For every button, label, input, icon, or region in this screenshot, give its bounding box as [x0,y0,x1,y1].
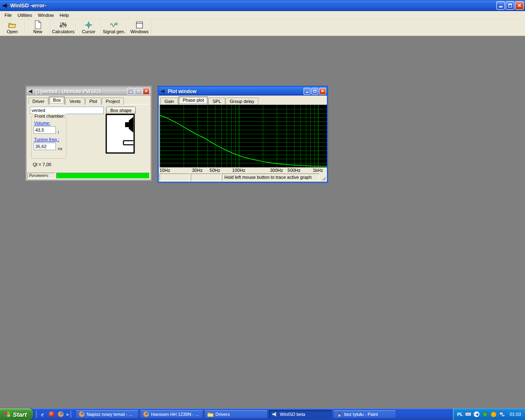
tab-gain[interactable]: Gain [160,98,178,105]
windows-cascade-icon [135,21,144,29]
maximize-icon [137,90,140,93]
front-chamber-group: Front chamber: Volume: l Tuning freq.: H… [31,116,66,159]
cursor-button[interactable]: Cursor [77,19,100,36]
statusbar-hint: Hold left mouse button to trace active g… [222,173,320,181]
new-document-icon [34,21,42,29]
firefox-icon [143,411,149,418]
minimize-icon [499,4,502,7]
maximize-button[interactable] [311,88,318,95]
volume-link[interactable]: Volume: [34,121,50,126]
hide-icons-chevron[interactable]: ◀ [474,411,479,417]
tab-project[interactable]: Project [102,98,124,105]
language-indicator[interactable]: PL [457,412,463,417]
open-folder-icon [8,21,16,29]
close-button[interactable]: × [319,88,326,95]
x-tick-label: 100Hz [232,168,245,173]
minimize-button[interactable] [304,88,310,95]
plot-tab-strip: Gain Phase plot SPL Group delay [160,96,326,105]
overflow-chevron-icon[interactable]: » [66,412,68,417]
project-window-title: [1]vented : Ultimate PW1035 [36,89,126,94]
tab-driver[interactable]: Driver [28,98,48,105]
tray-update-icon[interactable] [491,411,497,418]
start-label: Start [13,411,27,418]
paint-icon [336,411,342,418]
tab-phase-plot[interactable]: Phase plot [178,96,208,105]
toolbar-label: Windows [130,29,149,34]
minimize-icon [306,90,308,93]
menubar: File Utilities Window Help [0,11,525,19]
tuning-unit-label: Hz [58,147,62,151]
menu-file[interactable]: File [2,12,15,18]
minimize-button[interactable] [496,1,505,10]
minimize-button[interactable] [127,88,134,95]
winisd-app-icon [28,89,34,94]
project-window: [1]vented : Ultimate PW1035 × Driver Box… [25,86,152,181]
maximize-icon [508,4,512,7]
phase-curve [160,115,327,166]
quick-launch-handle[interactable] [36,411,37,418]
task-winisd-beta[interactable]: WinISD beta [269,410,332,419]
winisd-main-window: WinISD -error- × File Utilities Window H… [0,0,525,409]
taskbar-handle[interactable] [70,411,71,418]
frequency-axis-labels: 10Hz30Hz50Hz100Hz300Hz500Hz1kHz [160,167,326,173]
volume-input[interactable] [34,126,56,134]
tray-network-icon[interactable] [499,411,505,418]
tray-shield-icon[interactable] [482,411,488,418]
phase-plot-area[interactable] [160,105,327,167]
tab-group-delay[interactable]: Group delay [226,98,258,105]
box-tab-page: Box shape Front chamber: Volume: l Tunin… [27,105,150,172]
x-tick-label: 10Hz [160,168,170,173]
x-tick-label: 300Hz [270,168,283,173]
plot-statusbar: Hold left mouse button to trace active g… [160,173,326,181]
menu-window[interactable]: Window [35,12,57,18]
task-hanssen[interactable]: Hanssen HH 1239N - ... [140,410,203,419]
task-paint[interactable]: bez tytułu - Paint [333,410,396,419]
box-shape-diagram [105,114,135,154]
tab-box[interactable]: Box [49,96,65,105]
open-button[interactable]: Open [1,19,24,36]
x-tick-label: 500Hz [288,168,301,173]
keyboard-icon[interactable] [465,411,471,418]
close-button[interactable]: × [143,88,150,95]
phase-plot-canvas[interactable] [160,105,327,167]
parameters-progressbar [56,173,150,179]
close-button[interactable]: × [515,1,524,10]
volume-unit-label: l [58,130,59,135]
minimize-icon [130,90,132,93]
toolbar-separator [101,21,102,34]
x-tick-label: 30Hz [192,168,203,173]
signal-gen-button[interactable]: Signal gen. [103,19,126,36]
toolbar: Open New Calculators Curso [0,19,525,36]
close-icon: × [321,89,324,94]
task-buttons: Napisz nowy temat - ... Hanssen HH 1239N… [75,410,396,419]
calculators-button[interactable]: Calculators [52,19,75,36]
toolbar-label: Calculators [52,29,74,34]
taskbar: Start e » Napisz nowy temat - ... Hansse… [0,409,525,420]
resize-grip[interactable] [320,173,326,181]
tab-spl[interactable]: SPL [208,98,225,105]
toolbar-separator [75,21,76,34]
new-button[interactable]: New [26,19,49,36]
toolbar-label: Signal gen. [103,29,125,34]
menu-utilities[interactable]: Utilities [15,12,35,18]
tuning-freq-input[interactable] [34,143,56,150]
maximize-button[interactable] [506,1,514,10]
box-shape-button[interactable]: Box shape [106,107,136,114]
project-tab-strip: Driver Box Vents Plot Project [27,96,150,105]
start-button[interactable]: Start [0,409,33,420]
box-type-input[interactable] [30,107,104,114]
maximize-button[interactable] [135,88,142,95]
windows-button[interactable]: Windows [128,19,151,36]
calculators-icon [59,21,67,29]
ie-icon[interactable]: e [39,411,46,418]
task-drivers-folder[interactable]: Drivers [204,410,267,419]
task-napisz-nowy-temat[interactable]: Napisz nowy temat - ... [75,410,139,419]
project-titlebar: [1]vented : Ultimate PW1035 × [27,87,151,96]
tab-plot[interactable]: Plot [85,98,101,105]
toolbar-label: Cursor [82,29,95,34]
media-player-icon[interactable] [48,411,55,418]
tab-vents[interactable]: Vents [65,98,85,105]
menu-help[interactable]: Help [57,12,72,18]
firefox-icon[interactable] [57,411,64,418]
tuning-freq-link[interactable]: Tuning freq.: [34,137,59,142]
